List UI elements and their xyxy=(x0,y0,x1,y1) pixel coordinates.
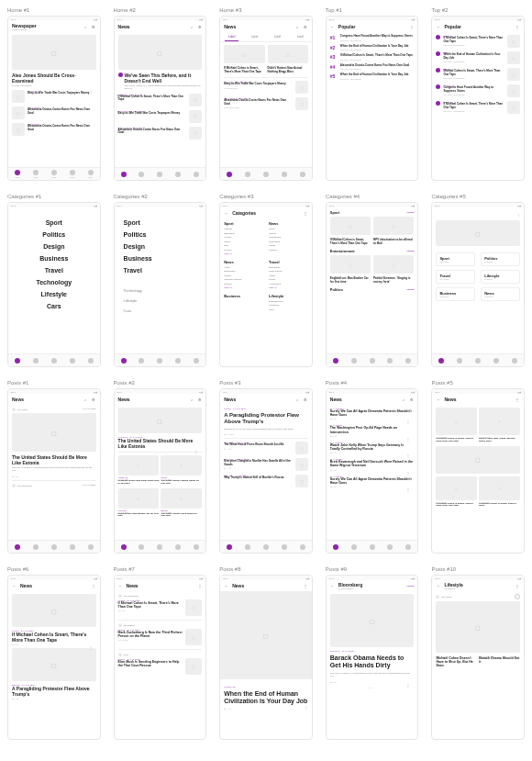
card[interactable]: ▢24 JAN 2019England set: Man Booker Cat … xyxy=(330,255,371,284)
add-button[interactable]: + xyxy=(515,594,520,599)
sub-link[interactable]: Tennis xyxy=(224,241,263,243)
list-item[interactable]: ▢POLITICS · 24 JAN 2019Alexandria Ocasio… xyxy=(118,127,203,140)
author-avatar[interactable] xyxy=(118,73,123,77)
sub-link[interactable]: Science xyxy=(269,249,308,252)
category-link[interactable]: Travel xyxy=(45,267,63,274)
sub-link[interactable]: Food & Drink xyxy=(269,270,308,273)
search-icon[interactable]: ⌕ xyxy=(189,25,194,29)
nav-tab[interactable] xyxy=(300,544,305,550)
back-icon[interactable]: ← xyxy=(436,397,440,402)
source-icon[interactable]: ◔ xyxy=(118,623,122,627)
list-item[interactable]: SPORT · 24 JAN 2019Mark Zuckerberg Is No… xyxy=(118,629,203,645)
follow-button[interactable]: Follow xyxy=(406,288,414,291)
hero-image[interactable]: ▢ xyxy=(436,446,520,474)
more-icon[interactable]: ⋮ xyxy=(406,487,410,492)
section-name[interactable]: Politics xyxy=(330,287,343,292)
post-title[interactable]: A Paragliding Protestor Flew Above Trump… xyxy=(12,686,96,697)
sub-link[interactable]: World xyxy=(269,228,308,230)
rank-item[interactable]: #2When the End of Human Civilization Is … xyxy=(330,45,415,51)
nav-tab[interactable] xyxy=(15,544,20,550)
tab[interactable]: Label xyxy=(266,32,289,41)
nav-tab[interactable]: Label xyxy=(51,170,57,178)
list-item[interactable]: 24 JAN 2019The Washington Post Op-Ed Pag… xyxy=(330,424,415,436)
sub-link[interactable]: Style xyxy=(269,308,308,311)
search-icon[interactable]: ⌕ xyxy=(83,397,88,402)
col-header[interactable]: Lifestyle xyxy=(269,294,308,298)
rank-item[interactable]: #5When the End of Human Civilization Is … xyxy=(330,73,415,80)
category-link[interactable]: Business xyxy=(39,255,68,262)
nav-tab[interactable] xyxy=(405,358,411,364)
list-item[interactable]: ▢POLITICSAlexandria Ocasio-Cortez Earns … xyxy=(12,123,96,136)
col-header[interactable]: News xyxy=(224,260,263,264)
list-item[interactable]: POLITICS · 24 JAN 2019Everyone Charged i… xyxy=(224,458,308,471)
sub-link[interactable]: Golf xyxy=(224,244,263,247)
source-icon[interactable]: ◔ xyxy=(12,484,16,487)
category-link[interactable]: Lifestyle xyxy=(124,298,138,303)
settings-icon[interactable]: ⚙ xyxy=(197,397,202,402)
nav-tab[interactable] xyxy=(512,358,517,364)
nav-tab[interactable] xyxy=(245,544,250,550)
more-icon[interactable]: ⋮ xyxy=(515,397,520,402)
list-item[interactable]: POLITICSIf Michael Cohen Is Smart, There… xyxy=(436,35,520,48)
rank-item[interactable]: #4Alexandria Ocasio-Cortez Earns Fox New… xyxy=(330,64,415,71)
nav-tab[interactable] xyxy=(282,172,287,177)
more-icon[interactable]: ⋮ xyxy=(304,584,308,588)
hero-image[interactable]: ▢ xyxy=(12,648,96,681)
section-name[interactable]: Entertainment xyxy=(330,249,355,253)
nav-tab[interactable]: Label xyxy=(70,170,75,178)
sub-link[interactable]: Wellbeing xyxy=(269,304,308,307)
settings-icon[interactable]: ⚙ xyxy=(409,397,414,402)
category-link[interactable]: Sport xyxy=(124,219,140,226)
category-box[interactable]: Travel137 articles xyxy=(436,270,475,284)
sub-link[interactable]: Entertainment xyxy=(269,300,308,303)
source-name[interactable]: Sky News xyxy=(17,408,28,411)
nav-tab[interactable] xyxy=(15,358,20,364)
post-title[interactable]: A Paragliding Protestor Flew Above Trump… xyxy=(224,412,308,425)
nav-tab[interactable] xyxy=(300,172,305,177)
card[interactable]: ▢LIFESTYLE24 JAN 2019Graphics reveal how… xyxy=(118,455,160,486)
nav-tab[interactable] xyxy=(457,358,462,364)
back-icon[interactable]: ← xyxy=(330,25,335,29)
nav-tab[interactable] xyxy=(387,544,393,550)
view-all-link[interactable]: View All xyxy=(224,252,263,255)
sub-link[interactable]: Destination xyxy=(269,266,308,269)
list-item[interactable]: ▢POLITICS · 24 JAN 2019Easy-to-Win Trade… xyxy=(118,110,203,123)
nav-tab[interactable] xyxy=(88,544,94,550)
card[interactable]: ▢24 JAN 2019Duke's Hottest New Actual No… xyxy=(268,45,308,73)
nav-tab[interactable] xyxy=(139,544,144,550)
back-icon[interactable]: ← xyxy=(224,584,228,588)
settings-icon[interactable]: ⚙ xyxy=(92,397,96,402)
list-item[interactable]: DESIGNMichael Cohen Is Smart, There's Mo… xyxy=(436,68,520,81)
col-header[interactable]: Sport xyxy=(224,221,263,226)
back-icon[interactable]: ← xyxy=(436,584,440,588)
card[interactable]: ▢24 JAN 2019HPV vaccination to be offere… xyxy=(373,217,414,245)
col-header[interactable]: Business xyxy=(224,294,263,298)
list-item[interactable]: SPORT · 24 JAN 2019If Michael Cohen Is S… xyxy=(118,599,203,616)
sub-link[interactable]: Basketball xyxy=(224,232,263,235)
card[interactable]: ▢24 JAN 2019If Michael Cohen is Smart, T… xyxy=(436,476,477,509)
hero-image[interactable]: ▢ xyxy=(12,35,96,70)
follow-button[interactable]: Follow xyxy=(406,585,414,588)
hero-image[interactable]: ▢ xyxy=(436,601,520,653)
hero-title[interactable]: We've Seen This Before, and It Doesn't E… xyxy=(125,73,203,84)
nav-tab[interactable] xyxy=(263,544,269,550)
nav-tab[interactable] xyxy=(51,544,57,550)
nav-tab[interactable] xyxy=(194,172,199,177)
rank-item[interactable]: #3If Michael Cohen Is Smart, There's Mor… xyxy=(330,54,415,61)
back-icon[interactable]: ← xyxy=(330,584,335,588)
col-header[interactable]: News xyxy=(269,221,308,226)
back-icon[interactable]: ← xyxy=(436,25,440,29)
sub-link[interactable]: Hotels xyxy=(269,274,308,277)
nav-tab[interactable] xyxy=(333,544,338,550)
nav-tab[interactable] xyxy=(438,358,444,364)
search-icon[interactable]: ⌕ xyxy=(401,397,405,402)
nav-tab[interactable] xyxy=(227,172,232,177)
list-item[interactable]: 24 JAN 2019Watch John Kelly When Trump S… xyxy=(330,442,415,453)
nav-tab[interactable] xyxy=(70,544,75,550)
source-icon[interactable]: ◔ xyxy=(436,595,439,599)
search-icon[interactable]: ⌕ xyxy=(83,25,88,29)
category-link[interactable]: Design xyxy=(43,243,64,250)
tab[interactable]: Label xyxy=(220,32,243,41)
sub-link[interactable]: Health xyxy=(269,244,308,247)
nav-tab[interactable] xyxy=(263,172,269,177)
